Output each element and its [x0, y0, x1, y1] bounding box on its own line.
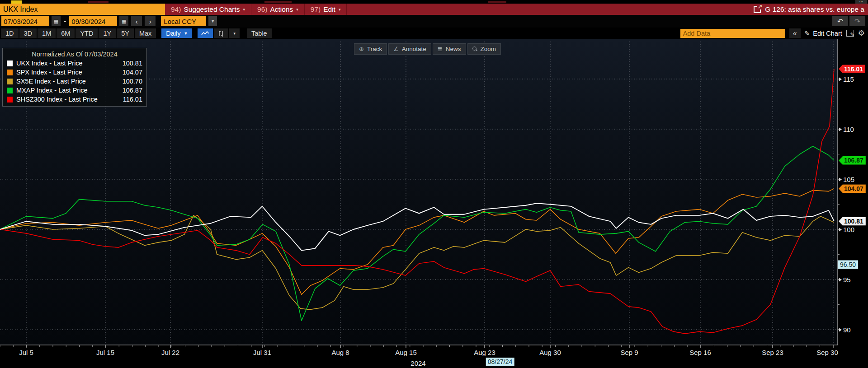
- y-axis-label: 95: [839, 276, 851, 284]
- menu-label: Edit: [323, 5, 335, 14]
- chart-settings-icon[interactable]: ✎: [846, 30, 854, 37]
- y-axis-label: 110: [839, 126, 854, 133]
- tick-arrow-icon: [839, 328, 842, 331]
- shift-range-back-button[interactable]: ‹: [131, 16, 142, 26]
- period-select[interactable]: Daily ▼: [161, 28, 192, 38]
- shift-range-forward-button[interactable]: ›: [145, 16, 156, 26]
- zoom-label: Zoom: [481, 46, 496, 52]
- annotate-pencil-icon: ∠: [393, 46, 399, 52]
- chevron-down-icon: ▼: [184, 31, 188, 36]
- legend-item-sx5e[interactable]: SX5E Index - Last Price 100.70: [7, 77, 142, 86]
- x-axis-label: Sep 9: [620, 349, 638, 356]
- range-3d-button[interactable]: 3D: [19, 28, 37, 38]
- legend-item-mxap[interactable]: MXAP Index - Last Price 106.87: [7, 86, 142, 95]
- series-color-chip: [7, 97, 13, 102]
- menu-bar: UKX Index 94) Suggested Charts ▾ 96) Act…: [0, 4, 868, 15]
- currency-select[interactable]: Local CCY: [161, 16, 206, 26]
- cropped-text-remnant: [488, 1, 506, 3]
- menu-number: 94): [171, 5, 181, 14]
- x-axis-label: Jul 15: [96, 349, 114, 356]
- chart-toolbar: 1D 3D 1M 6M YTD 1Y 5Y Max Daily ▼ ▾ Tabl…: [0, 28, 868, 39]
- redo-button[interactable]: ↷: [849, 16, 865, 26]
- legend-value: 100.81: [123, 59, 142, 68]
- series-line-mxap[interactable]: [0, 146, 834, 321]
- legend-item-spx[interactable]: SPX Index - Last Price 104.07: [7, 68, 142, 77]
- series-color-chip: [7, 61, 13, 66]
- line-chart-type-button[interactable]: [198, 28, 213, 38]
- legend-title: Normalized As Of 07/03/2024: [7, 50, 142, 59]
- y-axis-label: 90: [839, 326, 851, 334]
- y-axis-label: 100: [839, 226, 854, 233]
- last-price-badge[interactable]: 104.07: [839, 184, 866, 193]
- collapse-panel-button[interactable]: «: [789, 28, 801, 38]
- security-input[interactable]: UKX Index: [0, 4, 165, 15]
- last-price-badge[interactable]: 100.81: [839, 217, 866, 226]
- series-color-chip: [7, 88, 13, 93]
- gear-icon[interactable]: ⚙: [858, 29, 865, 37]
- chart-tools: ⊕ Track ∠ Annotate ≣ News Zoom: [354, 43, 501, 55]
- zoom-button[interactable]: Zoom: [467, 43, 501, 55]
- menu-actions[interactable]: 96) Actions ▾: [251, 4, 305, 15]
- cropped-text-remnant: [264, 1, 292, 3]
- legend-item-shsz300[interactable]: SHSZ300 Index - Last Price 116.01: [7, 95, 142, 104]
- range-1d-button[interactable]: 1D: [1, 28, 19, 38]
- tick-arrow-icon: [839, 177, 842, 181]
- x-axis-label: Sep 30: [816, 349, 838, 356]
- news-lines-icon: ≣: [438, 46, 443, 52]
- menu-number: 96): [257, 5, 267, 14]
- legend-value: 104.07: [123, 68, 142, 77]
- pop-out-icon[interactable]: ↗: [754, 6, 761, 13]
- start-date-input[interactable]: 07/03/2024: [1, 16, 49, 26]
- y-axis-label: 105: [839, 176, 854, 183]
- x-axis-label: Aug 23: [474, 349, 495, 356]
- last-price-badge[interactable]: 96.50: [838, 260, 858, 269]
- add-data-input[interactable]: Add Data: [680, 29, 785, 38]
- line-chart-icon: [201, 31, 209, 36]
- crosshair-icon: ⊕: [359, 46, 364, 52]
- range-ytd-button[interactable]: YTD: [75, 28, 98, 38]
- annotate-button[interactable]: ∠ Annotate: [388, 43, 431, 55]
- chart-type-dropdown[interactable]: ▾: [229, 28, 240, 38]
- legend-item-ukx[interactable]: UKX Index - Last Price 100.81: [7, 59, 142, 68]
- range-5y-button[interactable]: 5Y: [117, 28, 134, 38]
- menu-edit[interactable]: 97) Edit ▾: [305, 4, 347, 15]
- series-line-spx[interactable]: [0, 189, 834, 295]
- track-label: Track: [367, 46, 382, 52]
- series-line-ukx[interactable]: [0, 203, 834, 250]
- chart-title: G 126: asia shares vs. europe a: [765, 5, 864, 14]
- x-axis-year-label: 2024: [410, 359, 425, 367]
- menu-number: 97): [311, 5, 321, 14]
- annotate-label: Annotate: [402, 46, 426, 52]
- table-button[interactable]: Table: [247, 28, 272, 38]
- legend-label: MXAP Index - Last Price: [16, 86, 88, 95]
- news-button[interactable]: ≣ News: [433, 43, 466, 55]
- undo-button[interactable]: ↶: [832, 16, 848, 26]
- legend-value: 116.01: [123, 95, 142, 104]
- chevron-down-icon: ▾: [339, 7, 341, 12]
- range-bar: 07/03/2024 ▦ - 09/30/2024 ▦ ‹ › Local CC…: [0, 15, 868, 28]
- x-axis-label: Sep 16: [689, 349, 711, 356]
- last-price-badge[interactable]: 106.87: [839, 156, 866, 165]
- calendar-icon[interactable]: ▦: [119, 16, 128, 26]
- tick-arrow-icon: [839, 77, 842, 81]
- last-price-badge[interactable]: 116.01: [839, 65, 865, 73]
- chevron-down-icon[interactable]: ▼: [208, 16, 217, 26]
- bar-chart-type-button[interactable]: [214, 28, 228, 38]
- range-6m-button[interactable]: 6M: [57, 28, 75, 38]
- legend-label: SPX Index - Last Price: [16, 68, 82, 77]
- cropped-highlight: [11, 0, 22, 4]
- menu-suggested-charts[interactable]: 94) Suggested Charts ▾: [165, 4, 251, 15]
- end-date-input[interactable]: 09/30/2024: [69, 16, 117, 26]
- track-button[interactable]: ⊕ Track: [354, 43, 387, 55]
- range-1m-button[interactable]: 1M: [38, 28, 56, 38]
- series-color-chip: [7, 79, 13, 84]
- cropped-text-remnant: [88, 1, 108, 3]
- chart-legend: Normalized As Of 07/03/2024 UKX Index - …: [2, 48, 147, 107]
- calendar-icon[interactable]: ▦: [52, 16, 61, 26]
- edit-chart-button[interactable]: ✎ Edit Chart: [805, 30, 842, 37]
- more-options-icon[interactable]: ⋯: [855, 0, 867, 4]
- range-1y-button[interactable]: 1Y: [99, 28, 116, 38]
- range-max-button[interactable]: Max: [135, 28, 156, 38]
- tracker-date-badge[interactable]: 08/27/24: [486, 358, 514, 366]
- legend-label: SX5E Index - Last Price: [16, 77, 86, 86]
